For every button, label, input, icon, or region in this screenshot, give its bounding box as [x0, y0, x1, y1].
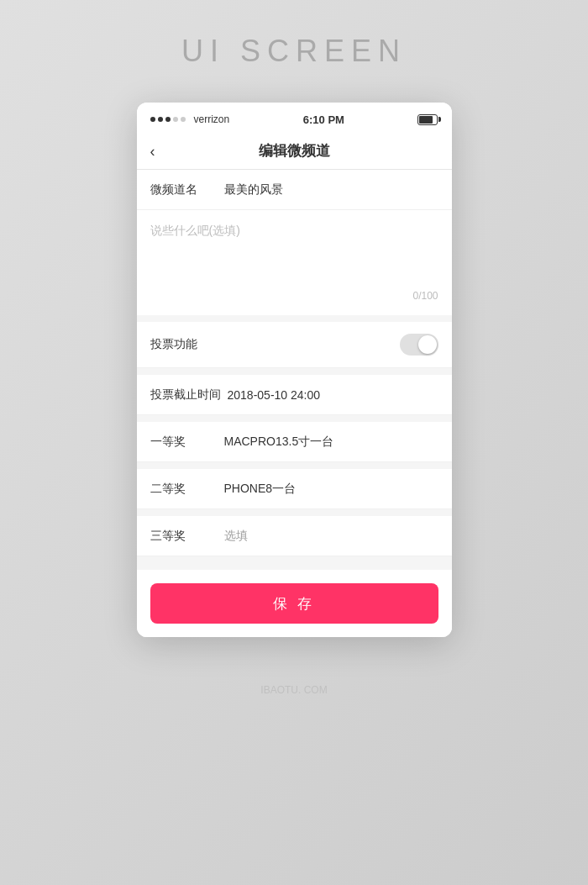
save-section: 保 存	[137, 570, 452, 637]
nav-bar: ‹ 编辑微频道	[137, 133, 452, 170]
signal-dots	[150, 117, 186, 122]
prize3-label: 三等奖	[150, 529, 218, 544]
carrier-label: verrizon	[194, 113, 230, 125]
prize2-label: 二等奖	[150, 482, 218, 497]
channel-name-label: 微频道名	[150, 182, 218, 198]
page-background: UI SCREEN verrizon 6:10 PM	[0, 0, 588, 885]
battery-icon	[417, 114, 438, 125]
back-button[interactable]: ‹	[150, 144, 155, 159]
dot3	[165, 117, 171, 122]
dot4	[173, 117, 178, 122]
vote-toggle-row[interactable]: 投票功能	[137, 322, 452, 368]
prize1-label: 一等奖	[150, 435, 218, 450]
description-placeholder: 说些什么吧(选填)	[150, 222, 438, 240]
toggle-knob	[418, 335, 437, 354]
battery-fill	[419, 116, 433, 124]
channel-name-value: 最美的风景	[224, 182, 438, 198]
vote-label: 投票功能	[150, 337, 197, 352]
prize3-placeholder: 选填	[224, 529, 438, 544]
prize1-row[interactable]: 一等奖 MACPRO13.5寸一台	[137, 422, 452, 462]
prize3-row[interactable]: 三等奖 选填	[137, 516, 452, 556]
textarea-spacer	[150, 240, 438, 290]
prize1-value: MACPRO13.5寸一台	[224, 435, 438, 450]
separator-4	[137, 509, 452, 516]
dot2	[158, 117, 163, 122]
prize2-value: PHONE8一台	[224, 482, 438, 497]
dot5	[181, 117, 186, 122]
vote-deadline-row[interactable]: 投票截止时间 2018-05-10 24:00	[137, 375, 452, 415]
separator-3	[137, 462, 452, 469]
vote-deadline-value: 2018-05-10 24:00	[228, 388, 438, 402]
prize2-row[interactable]: 二等奖 PHONE8一台	[137, 469, 452, 509]
status-bar: verrizon 6:10 PM	[137, 103, 452, 133]
dot1	[150, 117, 155, 122]
watermark: IBAOTU. COM	[0, 671, 588, 703]
description-section[interactable]: 说些什么吧(选填) 0/100	[137, 210, 452, 322]
nav-title: 编辑微频道	[259, 141, 330, 161]
save-button[interactable]: 保 存	[150, 583, 438, 624]
phone-frame: verrizon 6:10 PM ‹ 编辑微频道 微频道名 最美的风景 说些什么…	[137, 103, 452, 637]
page-title: UI SCREEN	[181, 34, 407, 69]
status-right	[417, 114, 438, 125]
vote-toggle[interactable]	[400, 334, 438, 356]
status-time: 6:10 PM	[303, 113, 344, 126]
separator-1	[137, 368, 452, 375]
channel-name-row[interactable]: 微频道名 最美的风景	[137, 170, 452, 210]
separator-2	[137, 415, 452, 422]
status-left: verrizon	[150, 113, 230, 125]
vote-deadline-label: 投票截止时间	[150, 387, 221, 403]
form-content: 微频道名 最美的风景 说些什么吧(选填) 0/100 投票功能 投票截止时间 2	[137, 170, 452, 637]
description-counter: 0/100	[150, 290, 438, 308]
separator-5	[137, 556, 452, 563]
